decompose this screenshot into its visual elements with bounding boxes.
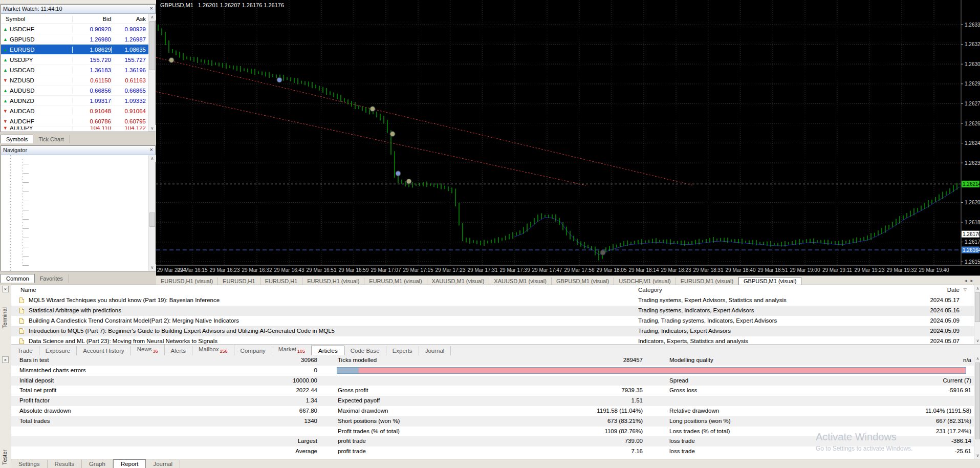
tab-common[interactable]: Common (1, 274, 35, 283)
trend-up-icon: ▲ (1, 27, 10, 32)
tab-news[interactable]: News36 (131, 345, 165, 355)
tab-favorites[interactable]: Favorites (35, 274, 69, 283)
chart-tab[interactable]: EURUSD,H1 (260, 278, 303, 285)
navigator-scrollbar[interactable]: ∧ ∨ (148, 155, 155, 271)
symbol-label: AUDNZD (10, 98, 72, 104)
market-watch-row[interactable]: ▼ AUDCAD 0.91048 0.91064 (1, 106, 155, 116)
articles-header: Name Category Date ▽ (11, 285, 974, 295)
column-header-symbol[interactable]: Symbol (1, 16, 72, 22)
articles-scrollbar[interactable]: ∧ ∨ (974, 285, 980, 344)
tab-experts[interactable]: Experts (386, 346, 419, 355)
tab-results[interactable]: Results (48, 460, 82, 468)
column-header-date[interactable]: Date (947, 287, 960, 293)
market-watch-row[interactable]: ▲ USDCAD 1.36183 1.36196 (1, 65, 155, 75)
tab-market[interactable]: Market105 (272, 345, 312, 355)
scrollbar-thumb[interactable] (975, 363, 980, 439)
article-name: Statistical Arbitrage with predictions (29, 307, 121, 313)
svg-text:29 Mar 17:39: 29 Mar 17:39 (500, 267, 530, 273)
market-watch-row[interactable]: ▼ NZDUSD 0.61150 0.61163 (1, 75, 155, 86)
modelling-quality-bar (337, 367, 966, 374)
report-scrollbar[interactable]: ∧ ∨ (974, 355, 980, 459)
article-row[interactable]: Statistical Arbitrage with predictions T… (11, 306, 974, 316)
navigator-panel: Navigator × ∧ ∨ (1, 145, 156, 271)
scroll-up-icon[interactable]: ∧ (149, 155, 156, 162)
trade-markers (169, 57, 605, 255)
tab-code-base[interactable]: Code Base (344, 346, 386, 355)
scroll-up-icon[interactable]: ∧ (974, 285, 980, 292)
scroll-up-icon[interactable]: ∧ (974, 355, 980, 362)
trend-up-icon: ▲ (1, 88, 10, 93)
chart-tab[interactable]: USDCHF,M1 (visual) (614, 278, 676, 285)
tab-account-history[interactable]: Account History (77, 346, 131, 355)
scroll-down-icon[interactable]: ∨ (149, 264, 156, 271)
tab-settings[interactable]: Settings (11, 460, 48, 468)
tab-journal[interactable]: Journal (419, 346, 451, 355)
article-row-clipped[interactable]: Data Science and ML (Part 23): Moving fr… (11, 336, 974, 345)
chart-tab[interactable]: EURUSD,H1 (218, 278, 260, 285)
tab-scroll-arrows[interactable]: ◄► (960, 277, 980, 285)
tab-articles-active[interactable]: Articles (312, 346, 344, 355)
scrollbar-thumb[interactable] (149, 21, 155, 70)
chart-tab[interactable]: EURUSD,H1 (visual) (156, 278, 218, 285)
svg-text:29 Mar 17:23: 29 Mar 17:23 (435, 267, 466, 273)
tab-trade[interactable]: Trade (11, 346, 39, 355)
bid-value: 0.90920 (72, 26, 111, 32)
column-header-bid[interactable]: Bid (72, 16, 111, 22)
chart-tab[interactable]: EURUSD,M1 (visual) (364, 278, 427, 285)
market-watch-row[interactable]: ▲ USDJPY 155.720 155.727 (1, 55, 155, 65)
column-header-name[interactable]: Name (20, 287, 36, 293)
article-category: Trading, Indicators, Expert Advisors (638, 328, 731, 334)
scroll-up-icon[interactable]: ∧ (149, 14, 156, 20)
scroll-down-icon[interactable]: ∨ (974, 337, 980, 344)
symbol-label: AUDJPY (10, 126, 72, 130)
chart-tab[interactable]: XAUUSD,M1 (visual) (427, 278, 490, 285)
article-icon (19, 308, 24, 313)
svg-text:1.26245: 1.26245 (965, 140, 980, 146)
article-icon (19, 328, 24, 334)
market-watch-row[interactable]: ▲ GBPUSD 1.26980 1.26987 (1, 34, 155, 45)
chart-tab[interactable]: GBPUSD,M1 (visual) (552, 278, 614, 285)
navigator-tree[interactable] (1, 155, 148, 271)
tab-tick-chart[interactable]: Tick Chart (33, 135, 70, 143)
tab-mailbox[interactable]: Mailbox256 (192, 345, 234, 355)
scroll-down-icon[interactable]: ∨ (974, 452, 980, 459)
article-row[interactable]: MQL5 Wizard Techniques you should know (… (11, 295, 974, 306)
close-icon[interactable]: × (150, 5, 153, 11)
bid-value: 1.09317 (72, 98, 111, 104)
close-icon[interactable]: × (2, 286, 9, 292)
close-icon[interactable]: × (2, 356, 9, 363)
scroll-down-icon[interactable]: ∨ (149, 125, 156, 132)
close-icon[interactable]: × (150, 146, 153, 153)
scrollbar-thumb[interactable] (975, 292, 980, 322)
symbol-label: NZDUSD (10, 77, 72, 83)
trade-marker-icon (370, 107, 375, 112)
svg-text:29 Mar 17:31: 29 Mar 17:31 (468, 267, 498, 273)
price-chart[interactable]: 29 Mar 202429 Mar 16:1529 Mar 16:2329 Ma… (156, 0, 980, 275)
chart-tab[interactable]: EURUSD,H1 (visual) (302, 278, 364, 285)
tab-graph[interactable]: Graph (82, 460, 113, 468)
svg-text:1.26275: 1.26275 (965, 101, 980, 107)
article-row[interactable]: Building A Candlestick Trend Constraint … (11, 316, 974, 326)
bid-value: 1.26980 (72, 36, 111, 42)
market-watch-row[interactable]: ▼ AUDCHF 0.60786 0.60795 (1, 116, 155, 126)
tab-exposure[interactable]: Exposure (39, 346, 77, 355)
chart-tab[interactable]: EURUSD,M1 (visual) (676, 278, 738, 285)
market-watch-row-selected[interactable]: ▲ EURUSD 1.08629 1.08635 (1, 45, 155, 55)
tab-report-active[interactable]: Report (113, 459, 146, 468)
chart-tab[interactable]: XAUUSD,M1 (visual) (489, 278, 552, 285)
tab-symbols[interactable]: Symbols (1, 135, 33, 143)
column-header-category[interactable]: Category (638, 287, 662, 293)
market-watch-scrollbar[interactable]: ∧ ∨ (148, 14, 155, 132)
trend-up-icon: ▲ (1, 47, 10, 52)
tab-alerts[interactable]: Alerts (165, 346, 192, 355)
chart-tab-active[interactable]: GBPUSD,M1 (visual) (738, 277, 801, 285)
article-row[interactable]: Introduction to MQL5 (Part 7): Beginner'… (11, 326, 974, 336)
market-watch-row[interactable]: ▲ USDCHF 0.90920 0.90929 (1, 24, 155, 34)
market-watch-row-clipped[interactable]: ▼ AUDJPY 104.110 104.122 (1, 126, 155, 130)
tab-company[interactable]: Company (234, 346, 272, 355)
market-watch-row[interactable]: ▲ AUDUSD 0.66856 0.66865 (1, 86, 155, 96)
trend-up-icon: ▲ (1, 68, 10, 73)
market-watch-row[interactable]: ▲ AUDNZD 1.09317 1.09332 (1, 96, 155, 106)
scrollbar-thumb[interactable] (149, 212, 155, 227)
tab-journal-tester[interactable]: Journal (146, 460, 180, 468)
